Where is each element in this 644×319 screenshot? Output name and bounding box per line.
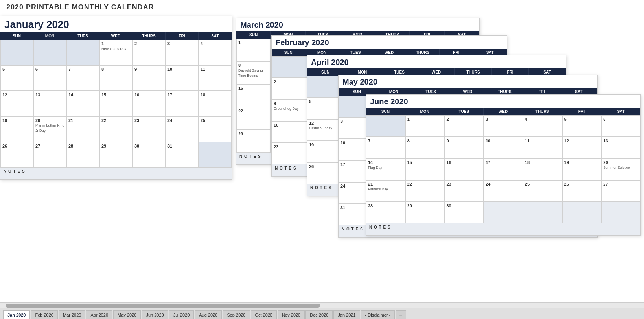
tab-jun-2020[interactable]: Jun 2020 xyxy=(142,310,168,319)
table-row: 31 xyxy=(166,142,199,168)
table-row xyxy=(0,40,33,65)
table-row: 13 xyxy=(33,91,66,116)
tab-oct-2020[interactable]: Oct 2020 xyxy=(251,310,277,319)
tab-sep-2020[interactable]: Sep 2020 xyxy=(223,310,250,319)
table-row: 15 xyxy=(99,91,132,116)
table-row: 29 xyxy=(99,142,132,168)
tab-jan-2020[interactable]: Jan 2020 xyxy=(3,310,30,319)
table-row: 24 xyxy=(166,116,199,142)
table-row: 9Groundhog Day xyxy=(272,100,305,121)
january-notes: N O T E S xyxy=(0,168,232,179)
table-row: 10 xyxy=(166,65,199,91)
table-row: 20Summer Solstice xyxy=(601,159,640,180)
table-row: 21Father's Day xyxy=(366,180,405,202)
table-row: 8 xyxy=(99,65,132,91)
january-grid: 1New Year's Day 2 3 4 5 6 7 8 9 10 11 12… xyxy=(0,40,232,168)
table-row: 22 xyxy=(405,180,445,202)
table-row xyxy=(562,202,602,223)
tab-bar: Jan 2020 Feb 2020 Mar 2020 Apr 2020 May … xyxy=(0,308,644,319)
calendar-january: January 2020 SUN MON TUES WED THURS FRI … xyxy=(0,16,232,180)
table-row: 21 xyxy=(66,116,99,142)
table-row: 9 xyxy=(132,65,166,91)
january-header: SUN MON TUES WED THURS FRI SAT xyxy=(0,32,232,40)
table-row: 7 xyxy=(66,65,99,91)
table-row: 28 xyxy=(66,142,99,168)
table-row: 7 xyxy=(366,137,405,159)
table-row: 3 xyxy=(484,115,523,137)
table-row xyxy=(272,56,305,78)
table-row: 8 xyxy=(405,137,445,159)
table-row: 12 xyxy=(0,91,33,116)
table-row: 16 xyxy=(444,159,484,180)
table-row: 15 xyxy=(236,84,271,107)
table-row: 4 xyxy=(523,115,562,137)
table-row: 2 xyxy=(272,78,305,100)
june-notes: N O T E S xyxy=(366,223,640,235)
table-row: 19 xyxy=(0,116,33,142)
table-row: 25 xyxy=(523,180,562,202)
table-row: 2 xyxy=(444,115,484,137)
table-row: 23 xyxy=(444,180,484,202)
tab-feb-2020[interactable]: Feb 2020 xyxy=(31,310,57,319)
scroll-thumb[interactable] xyxy=(6,304,320,308)
tab-jul-2020[interactable]: Jul 2020 xyxy=(169,310,194,319)
table-row: 22 xyxy=(99,116,132,142)
table-row: 24 xyxy=(484,180,523,202)
table-row xyxy=(199,142,232,168)
table-row: 30 xyxy=(132,142,166,168)
june-grid: 1 2 3 4 5 6 7 8 9 10 11 12 13 14Flag Day… xyxy=(366,115,640,223)
table-row: 26 xyxy=(562,180,602,202)
table-row: 17 xyxy=(166,91,199,116)
tab-mar-2020[interactable]: Mar 2020 xyxy=(59,310,85,319)
tab-may-2020[interactable]: May 2020 xyxy=(113,310,141,319)
table-row: 11 xyxy=(523,137,562,159)
tab-apr-2020[interactable]: Apr 2020 xyxy=(86,310,112,319)
table-row xyxy=(523,202,562,223)
table-row: 17 xyxy=(484,159,523,180)
table-row: 8Daylight Saving Time Begins xyxy=(236,61,271,84)
tab-add-button[interactable]: + xyxy=(396,310,406,319)
table-row: 18 xyxy=(199,91,232,116)
table-row: 20Martin Luther King Jr Day xyxy=(33,116,66,142)
table-row xyxy=(484,202,523,223)
tab-jan-2021[interactable]: Jan 2021 xyxy=(333,310,360,319)
table-row: 18 xyxy=(523,159,562,180)
table-row: 19 xyxy=(562,159,602,180)
table-row xyxy=(33,40,66,65)
page-title: 2020 PRINTABLE MONTHLY CALENDAR xyxy=(6,3,154,11)
tab-aug-2020[interactable]: Aug 2020 xyxy=(195,310,222,319)
table-row: 13 xyxy=(601,137,640,159)
table-row: 11 xyxy=(199,65,232,91)
table-row: 12 xyxy=(562,137,602,159)
march-title: March 2020 xyxy=(236,18,479,31)
calendar-june: June 2020 SUNMONTUESWEDTHURSFRISAT 1 2 3… xyxy=(366,94,641,236)
table-row: 26 xyxy=(0,142,33,168)
april-title: April 2020 xyxy=(307,55,566,68)
tab-disclaimer[interactable]: - Disclaimer - xyxy=(361,310,395,319)
table-row: 4 xyxy=(199,40,232,65)
table-row: 2 xyxy=(132,40,166,65)
table-row: 30 xyxy=(444,202,484,223)
table-row: 22 xyxy=(236,107,271,130)
tab-dec-2020[interactable]: Dec 2020 xyxy=(305,310,333,319)
table-row: 27 xyxy=(33,142,66,168)
january-title: January 2020 xyxy=(0,16,232,32)
table-row: 28 xyxy=(366,202,405,223)
february-title: February 2020 xyxy=(272,36,507,49)
table-row: 29 xyxy=(236,130,271,153)
table-row xyxy=(601,202,640,223)
table-row: 5 xyxy=(562,115,602,137)
scroll-bar[interactable] xyxy=(0,302,644,308)
table-row: 23 xyxy=(132,116,166,142)
table-row: 6 xyxy=(601,115,640,137)
table-row: 14Flag Day xyxy=(366,159,405,180)
table-row: 10 xyxy=(484,137,523,159)
tab-nov-2020[interactable]: Nov 2020 xyxy=(278,310,305,319)
table-row xyxy=(366,115,405,137)
table-row: 1New Year's Day xyxy=(99,40,132,65)
table-row: 16 xyxy=(132,91,166,116)
table-row: 3 xyxy=(166,40,199,65)
table-row: 6 xyxy=(33,65,66,91)
table-row: 15 xyxy=(405,159,445,180)
table-row: 5 xyxy=(0,65,33,91)
